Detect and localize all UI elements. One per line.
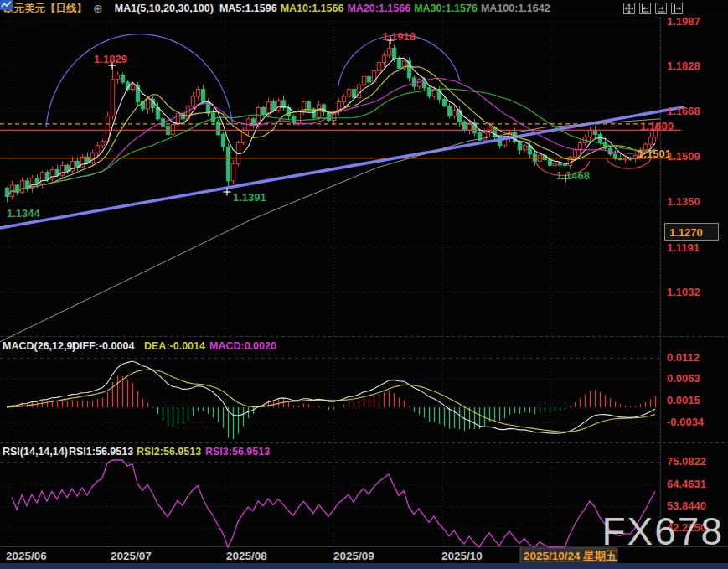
ma-readouts: MA5:1.1596MA10:1.1566MA20:1.1566MA30:1.1… [219,3,554,14]
fit-axis-right-icon[interactable] [655,3,667,14]
macd-readout: DIFF:-0.0004 [72,340,134,352]
rsi-readout: RSI2:56.9513 [137,446,201,458]
price-annotation: 1.1501 [638,147,671,160]
shift-right-icon[interactable] [671,3,683,14]
x-axis-label: 2025/06 [6,550,47,562]
rsi-readout: RSI3:56.9513 [205,446,270,458]
annotation-arc [46,34,233,127]
price-axis-label: 1.1350 [667,195,700,208]
x-axis-label: 2025/10 [441,550,483,562]
macd-axis-label: 0.0063 [667,372,700,385]
macd-axis-label: -0.0034 [667,416,705,428]
chart-header: 欧元美元 【日线】 ⊕ MA1(5,10,20,30,100) MA5:1.15… [0,0,728,17]
price-axis-label: 1.1509 [667,150,700,163]
rsi-axis-label: 75.0822 [667,455,706,468]
horizontal-price-lines [0,124,681,158]
price-annotation: 1.1344 [7,207,41,220]
ma-readout: MA20:1.1566 [347,3,410,14]
bottom-strip [0,563,728,569]
ma-readout: MA100:1.1642 [481,3,550,14]
x-axis-label: 2025/08 [226,550,267,562]
move-tool-icon[interactable] [623,3,635,14]
expand-icon[interactable]: ⊕ [93,3,103,14]
chart-canvas[interactable]: 1.18291.19181.13911.13441.14681.16001.15… [0,0,728,569]
price-annotation: 1.1829 [94,53,127,65]
price-annotation: 1.1918 [382,30,416,43]
macd-label: MACD(26,12,9) [3,340,76,352]
price-axis-label: 1.1668 [667,105,700,117]
rsi-header: RSI(14,14,14)RSI1:56.9513RSI2:56.9513RSI… [3,446,706,534]
x-axis-label: 2025/09 [333,550,374,562]
rsi-axis-label: 64.4631 [667,478,706,490]
period-tag: 【日线】 [45,2,87,16]
x-axis: 2025/062025/072025/082025/092025/102025/… [6,548,617,562]
price-annotation: 1.1468 [556,169,590,182]
macd-readout: MACD:0.0020 [209,340,276,352]
macd-panel [7,361,656,439]
macd-axis-label: 0.0112 [667,351,700,364]
ma-readout: MA5:1.1596 [219,3,277,14]
macd-axis-label: 0.0015 [667,394,700,406]
rsi-readout: RSI1:56.9513 [69,446,133,458]
ma-lines-layer [0,58,660,341]
ma-readout: MA30:1.1576 [414,3,478,14]
macd-readout: DEA:-0.0014 [144,340,205,352]
watermark: FX678 [602,510,724,553]
gridlines [0,17,728,547]
trendline [0,107,683,228]
price-axis: 1.19871.18281.16681.15091.13501.11911.10… [665,15,719,298]
price-annotation: 1.1391 [233,191,266,204]
ma-readout: MA10:1.1566 [281,3,344,14]
current-price-label: 1.1270 [669,226,703,239]
price-axis-label: 1.1828 [667,59,700,72]
chart-toolbar [623,3,728,14]
price-axis-label: 1.1032 [667,286,700,298]
trading-app-window: 1.18291.19181.13911.13441.14681.16001.15… [0,0,728,569]
price-annotation: 1.1600 [640,120,674,132]
fit-axis-left-icon[interactable] [639,3,651,14]
ma-group-label: MA1(5,10,20,30,100) [115,3,214,14]
price-axis-label: 1.1191 [667,241,700,254]
rsi-label: RSI(14,14,14) [3,446,68,458]
x-axis-label: 2025/07 [111,550,152,562]
